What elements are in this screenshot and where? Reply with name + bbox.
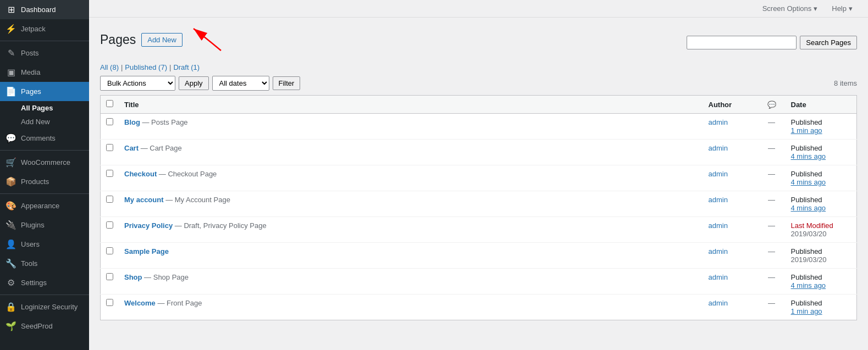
row-date-cell: Published1 min ago (786, 114, 857, 140)
row-title-cell: Privacy Policy — Draft, Privacy Policy P… (119, 217, 703, 243)
comments-dash: — (768, 221, 775, 230)
date-absolute: 2019/03/20 (791, 255, 827, 264)
sidebar-item-plugins[interactable]: 🔌 Plugins (0, 215, 89, 235)
search-input[interactable] (687, 36, 797, 49)
content-area: Pages Add New Search Pages (89, 18, 868, 350)
date-status: Published (791, 170, 822, 178)
sidebar-item-settings[interactable]: ⚙ Settings (0, 273, 89, 292)
page-title-link[interactable]: Sample Page (124, 247, 169, 255)
row-date-cell: Published2019/03/20 (786, 243, 857, 269)
row-comments-cell: — (758, 191, 786, 217)
row-checkbox[interactable] (106, 196, 113, 203)
date-status: Published (791, 273, 822, 281)
sidebar-item-appearance[interactable]: 🎨 Appearance (0, 196, 89, 215)
table-row: Welcome — Front Pageadmin—Published1 min… (101, 295, 857, 320)
page-title-suffix: — Cart Page (139, 144, 182, 152)
row-comments-cell: — (758, 243, 786, 269)
bulk-actions-select[interactable]: Bulk Actions Edit Move to Trash (100, 76, 175, 91)
pages-table: Title Author 💬 Date Blog — Posts Pageadm… (100, 95, 857, 320)
row-checkbox[interactable] (106, 144, 113, 151)
sidebar-item-products[interactable]: 📦 Products (0, 172, 89, 191)
row-title-cell: Shop — Shop Page (119, 269, 703, 295)
row-title-cell: Sample Page (119, 243, 703, 269)
plugins-icon: 🔌 (5, 220, 16, 230)
filter-all-link[interactable]: All (8) (100, 63, 119, 71)
row-checkbox-cell (101, 269, 119, 295)
sidebar-item-label: Plugins (21, 221, 45, 229)
sidebar-item-label: Tools (21, 259, 37, 268)
seedprod-icon: 🌱 (5, 321, 16, 331)
date-relative[interactable]: 1 min ago (791, 307, 822, 315)
author-link[interactable]: admin (709, 299, 728, 307)
row-checkbox[interactable] (106, 299, 113, 306)
add-new-button[interactable]: Add New (141, 33, 183, 47)
row-checkbox[interactable] (106, 247, 113, 254)
date-relative[interactable]: 1 min ago (791, 126, 822, 135)
author-link[interactable]: admin (709, 170, 728, 178)
author-link[interactable]: admin (709, 221, 728, 230)
sidebar-item-jetpack[interactable]: ⚡ Jetpack (0, 19, 89, 38)
pages-icon: 📄 (5, 86, 16, 97)
sidebar-item-label: Settings (21, 279, 47, 287)
date-relative[interactable]: 4 mins ago (791, 204, 826, 212)
author-link[interactable]: admin (709, 144, 728, 152)
date-status: Published (791, 118, 822, 126)
sidebar-item-pages[interactable]: 📄 Pages (0, 82, 89, 101)
sidebar-item-label: Pages (21, 87, 41, 96)
screen-options-button[interactable]: Screen Options ▾ (758, 2, 822, 15)
row-checkbox[interactable] (106, 273, 113, 280)
date-relative[interactable]: 4 mins ago (791, 281, 826, 290)
appearance-icon: 🎨 (5, 201, 16, 211)
row-checkbox[interactable] (106, 221, 113, 229)
select-all-checkbox[interactable] (106, 100, 113, 107)
th-date[interactable]: Date (786, 96, 857, 114)
author-link[interactable]: admin (709, 247, 728, 255)
sidebar-item-label: Comments (21, 134, 56, 142)
author-link[interactable]: admin (709, 273, 728, 281)
sidebar-item-tools[interactable]: 🔧 Tools (0, 254, 89, 273)
date-relative[interactable]: 4 mins ago (791, 152, 826, 160)
page-title-suffix: — Posts Page (140, 118, 188, 126)
filter-button[interactable]: Filter (273, 76, 301, 90)
row-title-cell: Checkout — Checkout Page (119, 165, 703, 191)
page-title-link[interactable]: Checkout (124, 170, 157, 178)
sidebar-item-users[interactable]: 👤 Users (0, 235, 89, 254)
page-title-link[interactable]: Cart (124, 144, 139, 152)
author-link[interactable]: admin (709, 196, 728, 204)
dates-select[interactable]: All dates (212, 76, 269, 91)
th-title[interactable]: Title (119, 96, 703, 114)
sidebar-item-loginizer[interactable]: 🔒 Loginizer Security (0, 297, 89, 316)
filter-draft-link[interactable]: Draft (1) (173, 63, 200, 71)
page-title-link[interactable]: My account (124, 196, 164, 204)
search-pages-area: Search Pages (687, 36, 857, 49)
table-row: Checkout — Checkout Pageadmin—Published4… (101, 165, 857, 191)
page-title-link[interactable]: Blog (124, 118, 140, 126)
page-title-link[interactable]: Shop (124, 273, 142, 281)
sidebar-sub-add-new[interactable]: Add New (0, 115, 89, 129)
sidebar-item-posts[interactable]: ✎ Posts (0, 43, 89, 63)
apply-button[interactable]: Apply (179, 76, 209, 90)
page-header: Pages Add New (100, 26, 232, 53)
help-button[interactable]: Help ▾ (827, 2, 857, 15)
filter-published-link[interactable]: Published (7) (125, 63, 167, 71)
dashboard-icon: ⊞ (5, 4, 16, 15)
page-title-link[interactable]: Privacy Policy (124, 221, 173, 230)
date-relative[interactable]: 4 mins ago (791, 178, 826, 186)
sidebar-sub-all-pages[interactable]: All Pages (0, 101, 89, 115)
screen-options-chevron-icon: ▾ (814, 4, 817, 13)
row-checkbox[interactable] (106, 170, 113, 177)
sidebar-divider-2 (0, 150, 89, 151)
page-title-link[interactable]: Welcome (124, 299, 156, 307)
sidebar-item-seedprod[interactable]: 🌱 SeedProd (0, 316, 89, 336)
sidebar-item-woocommerce[interactable]: 🛒 WooCommerce (0, 153, 89, 172)
row-title-cell: Blog — Posts Page (119, 114, 703, 140)
th-author[interactable]: Author (703, 96, 758, 114)
search-pages-button[interactable]: Search Pages (800, 36, 857, 49)
row-checkbox[interactable] (106, 118, 113, 125)
sidebar-item-media[interactable]: ▣ Media (0, 63, 89, 82)
comments-dash: — (768, 118, 775, 126)
author-link[interactable]: admin (709, 118, 728, 126)
sidebar-item-comments[interactable]: 💬 Comments (0, 129, 89, 148)
sidebar-item-dashboard[interactable]: ⊞ Dashboard (0, 0, 89, 19)
settings-icon: ⚙ (5, 277, 16, 288)
